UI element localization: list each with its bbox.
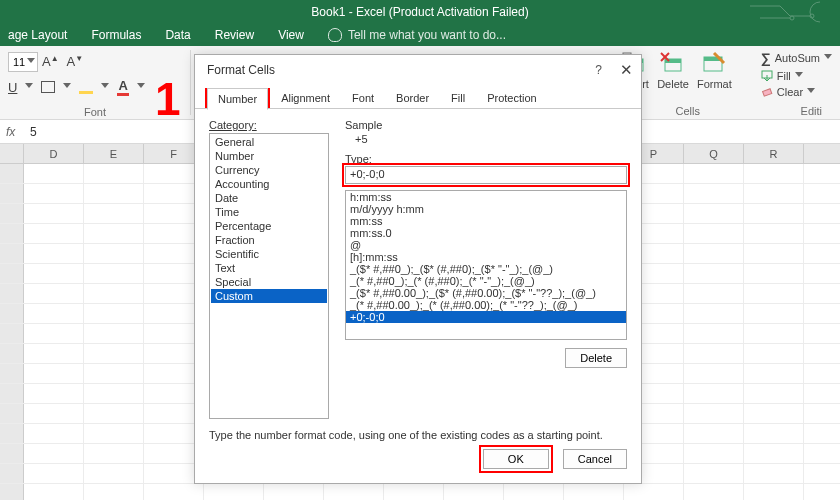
cell[interactable] [684, 384, 744, 403]
cell[interactable] [684, 344, 744, 363]
chevron-down-icon[interactable] [101, 83, 109, 91]
cell[interactable] [684, 304, 744, 323]
cell[interactable] [24, 444, 84, 463]
cell[interactable] [84, 404, 144, 423]
col-header[interactable]: R [744, 144, 804, 163]
cell[interactable] [84, 384, 144, 403]
row-header[interactable] [0, 324, 24, 343]
help-icon[interactable]: ? [595, 63, 602, 77]
fill-color-button[interactable] [79, 80, 93, 94]
cell[interactable] [84, 244, 144, 263]
format-cells-button[interactable]: Format [697, 50, 732, 90]
cell[interactable] [744, 204, 804, 223]
row-header[interactable] [0, 364, 24, 383]
fx-icon[interactable]: fx [6, 125, 30, 139]
cell[interactable] [744, 444, 804, 463]
category-item[interactable]: Custom [211, 289, 327, 303]
increase-font-icon[interactable]: A▲ [42, 54, 63, 69]
cell[interactable] [324, 484, 384, 500]
cell[interactable] [84, 484, 144, 500]
row-header[interactable] [0, 284, 24, 303]
row-header[interactable] [0, 184, 24, 203]
category-item[interactable]: Fraction [211, 233, 327, 247]
type-item[interactable]: @ [346, 239, 626, 251]
category-item[interactable]: Accounting [211, 177, 327, 191]
tab-page-layout[interactable]: age Layout [8, 28, 67, 42]
delete-button[interactable]: Delete [565, 348, 627, 368]
autosum-button[interactable]: ∑ AutoSum [761, 50, 832, 66]
cell[interactable] [744, 284, 804, 303]
cell[interactable] [624, 484, 684, 500]
font-color-button[interactable]: A [117, 78, 128, 96]
cell[interactable] [744, 344, 804, 363]
row-header[interactable] [0, 484, 24, 500]
cell[interactable] [744, 404, 804, 423]
tab-number[interactable]: Number [207, 88, 268, 110]
font-size-selector[interactable]: 11 [8, 52, 38, 72]
type-item[interactable]: [h]:mm:ss [346, 251, 626, 263]
type-item[interactable]: _($* #,##0_);_($* (#,##0);_($* "-"_);_(@… [346, 263, 626, 275]
type-item[interactable]: mm:ss [346, 215, 626, 227]
cell[interactable] [684, 184, 744, 203]
cell[interactable] [24, 304, 84, 323]
cell[interactable] [744, 244, 804, 263]
cell[interactable] [564, 484, 624, 500]
cell[interactable] [744, 264, 804, 283]
cell[interactable] [84, 284, 144, 303]
category-list[interactable]: GeneralNumberCurrencyAccountingDateTimeP… [209, 133, 329, 419]
cell[interactable] [444, 484, 504, 500]
cell[interactable] [744, 224, 804, 243]
row-header[interactable] [0, 304, 24, 323]
category-item[interactable]: Text [211, 261, 327, 275]
delete-cells-button[interactable]: Delete [657, 50, 689, 90]
cell[interactable] [684, 204, 744, 223]
type-item[interactable]: m/d/yyyy h:mm [346, 203, 626, 215]
cell[interactable] [684, 164, 744, 183]
cell[interactable] [84, 364, 144, 383]
cell[interactable] [24, 404, 84, 423]
cell[interactable] [24, 164, 84, 183]
cell[interactable] [24, 284, 84, 303]
cell[interactable] [84, 224, 144, 243]
type-input[interactable]: +0;-0;0 [345, 166, 627, 184]
cell[interactable] [684, 264, 744, 283]
cell[interactable] [24, 204, 84, 223]
fill-button[interactable]: Fill [761, 70, 832, 82]
cell[interactable] [684, 464, 744, 483]
cell[interactable] [24, 364, 84, 383]
dialog-title-bar[interactable]: Format Cells ? ✕ [195, 55, 641, 85]
row-header[interactable] [0, 344, 24, 363]
tab-protection[interactable]: Protection [476, 87, 548, 109]
col-header[interactable]: E [84, 144, 144, 163]
row-header[interactable] [0, 404, 24, 423]
tab-review[interactable]: Review [215, 28, 254, 42]
select-all-corner[interactable] [0, 144, 24, 163]
cell[interactable] [744, 164, 804, 183]
tab-view[interactable]: View [278, 28, 304, 42]
cell[interactable] [24, 424, 84, 443]
tab-font[interactable]: Font [341, 87, 385, 109]
cell[interactable] [744, 424, 804, 443]
tab-formulas[interactable]: Formulas [91, 28, 141, 42]
category-item[interactable]: Date [211, 191, 327, 205]
cell[interactable] [684, 224, 744, 243]
cell[interactable] [24, 324, 84, 343]
cell[interactable] [744, 384, 804, 403]
cell[interactable] [684, 484, 744, 500]
type-list[interactable]: h:mm:ssm/d/yyyy h:mmmm:ssmm:ss.0@[h]:mm:… [345, 190, 627, 340]
cell[interactable] [144, 484, 204, 500]
cell[interactable] [24, 224, 84, 243]
tell-me-search[interactable]: Tell me what you want to do... [328, 28, 506, 42]
cell[interactable] [24, 184, 84, 203]
clear-button[interactable]: Clear [761, 86, 832, 98]
cell[interactable] [84, 204, 144, 223]
cell[interactable] [504, 484, 564, 500]
cell[interactable] [84, 464, 144, 483]
cell[interactable] [744, 304, 804, 323]
close-icon[interactable]: ✕ [620, 61, 633, 79]
cancel-button[interactable]: Cancel [563, 449, 627, 469]
cell[interactable] [24, 484, 84, 500]
cell[interactable] [744, 364, 804, 383]
row-header[interactable] [0, 464, 24, 483]
category-item[interactable]: General [211, 135, 327, 149]
